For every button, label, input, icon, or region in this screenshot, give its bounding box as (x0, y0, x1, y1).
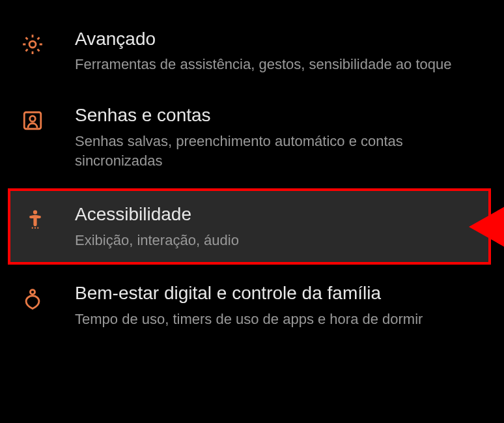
svg-point-3 (33, 211, 37, 214)
item-title: Acessibilidade (75, 203, 477, 226)
settings-list: Avançado Ferramentas de assistência, ges… (0, 0, 504, 357)
item-content: Acessibilidade Exibição, interação, áudi… (75, 203, 477, 250)
item-title: Avançado (75, 27, 484, 51)
item-title: Senhas e contas (75, 104, 484, 127)
svg-point-9 (30, 290, 35, 295)
item-subtitle: Exibição, interação, áudio (75, 231, 477, 251)
wellbeing-icon (20, 285, 46, 312)
settings-item-passwords[interactable]: Senhas e contas Senhas salvas, preenchim… (0, 89, 504, 186)
item-content: Senhas e contas Senhas salvas, preenchim… (75, 104, 484, 171)
item-subtitle: Ferramentas de assistência, gestos, sens… (75, 55, 484, 75)
svg-rect-5 (33, 217, 36, 226)
item-title: Bem-estar digital e controle da família (75, 282, 484, 305)
svg-point-2 (30, 116, 36, 122)
svg-point-6 (32, 227, 33, 229)
item-subtitle: Senhas salvas, preenchimento automático … (75, 132, 484, 172)
settings-item-advanced[interactable]: Avançado Ferramentas de assistência, ges… (0, 13, 504, 89)
item-content: Avançado Ferramentas de assistência, ges… (75, 27, 484, 75)
item-content: Bem-estar digital e controle da família … (75, 282, 484, 329)
settings-item-accessibility[interactable]: Acessibilidade Exibição, interação, áudi… (8, 188, 491, 265)
accessibility-icon (22, 207, 48, 233)
gear-icon (20, 31, 46, 57)
svg-point-8 (37, 227, 38, 229)
settings-item-wellbeing[interactable]: Bem-estar digital e controle da família … (0, 267, 504, 343)
item-subtitle: Tempo de uso, timers de uso de apps e ho… (75, 310, 484, 330)
account-icon (20, 108, 46, 134)
svg-point-7 (35, 227, 36, 229)
svg-point-0 (29, 41, 36, 48)
